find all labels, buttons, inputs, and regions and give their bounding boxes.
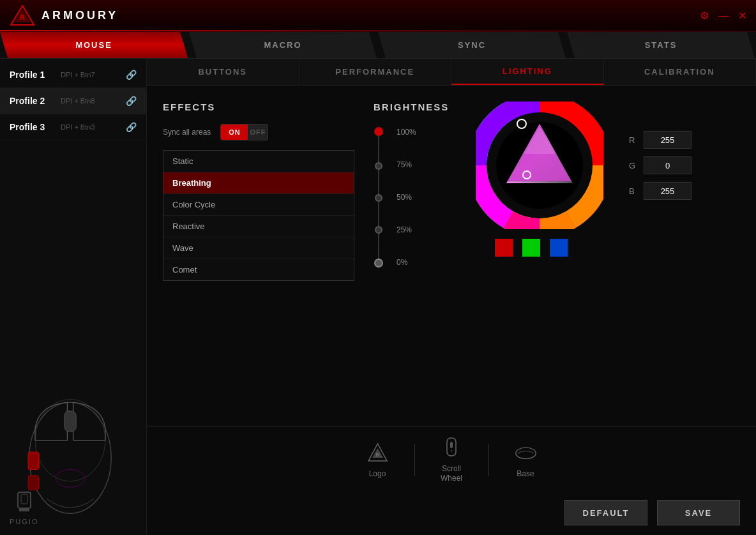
- titlebar-logo: R ARMOURY: [10, 4, 118, 27]
- scroll-wheel-label: Scroll Wheel: [441, 464, 462, 484]
- effect-comet[interactable]: Comet: [163, 259, 354, 280]
- sub-tabs: BUTTONS PERFORMANCE LIGHTING CALIBRATION: [147, 59, 756, 86]
- effect-reactive[interactable]: Reactive: [163, 216, 354, 237]
- logo-area-icon: R: [367, 442, 389, 464]
- svg-rect-7: [28, 476, 39, 490]
- effects-title: EFFECTS: [163, 102, 354, 112]
- brightness-0: 0%: [397, 259, 416, 266]
- area-base[interactable]: Base: [489, 442, 563, 479]
- swatch-red[interactable]: [495, 239, 513, 257]
- titlebar-controls: ⚙ — ✕: [700, 11, 746, 21]
- effect-breathing[interactable]: Breathing: [163, 172, 354, 194]
- sidebar: Profile 1 DPI + Btn7 🔗 Profile 2 DPI + B…: [0, 59, 147, 535]
- top-row: EFFECTS Sync all areas ON OFF Static Bre…: [163, 102, 740, 411]
- sync-label: Sync all areas: [163, 128, 211, 137]
- scroll-wheel-icon: [441, 437, 463, 459]
- right-panel: BUTTONS PERFORMANCE LIGHTING CALIBRATION…: [147, 59, 756, 535]
- tab-stats[interactable]: STATS: [567, 32, 755, 58]
- rgb-inputs: R G B: [629, 131, 692, 200]
- toggle-on-label: ON: [221, 124, 248, 140]
- content-area: Profile 1 DPI + Btn7 🔗 Profile 2 DPI + B…: [0, 59, 756, 535]
- effects-section: EFFECTS Sync all areas ON OFF Static Bre…: [163, 102, 354, 411]
- svg-rect-24: [450, 442, 453, 448]
- close-button[interactable]: ✕: [738, 11, 746, 21]
- device-name: PUGIO: [10, 518, 38, 525]
- tab-sync[interactable]: SYNC: [378, 32, 566, 58]
- app-title: ARMOURY: [42, 9, 118, 22]
- rog-logo-icon: R: [10, 4, 35, 27]
- effect-wave[interactable]: Wave: [163, 237, 354, 259]
- link-icon-profile1: 🔗: [126, 70, 137, 80]
- area-logo[interactable]: R Logo: [341, 442, 414, 479]
- link-icon-profile2: 🔗: [126, 96, 137, 106]
- svg-point-26: [515, 448, 536, 459]
- subtab-performance[interactable]: PERFORMANCE: [299, 59, 452, 85]
- pugio-area: PUGIO: [10, 489, 38, 525]
- effect-static[interactable]: Static: [163, 151, 354, 172]
- g-input[interactable]: [644, 156, 692, 174]
- color-swatches: [495, 239, 740, 257]
- brightness-slider-track[interactable]: [374, 127, 384, 268]
- sidebar-item-profile3[interactable]: Profile 3 DPI + Btn3 🔗: [0, 114, 146, 140]
- panel-content: EFFECTS Sync all areas ON OFF Static Bre…: [147, 86, 756, 426]
- r-input[interactable]: [644, 131, 692, 149]
- link-icon-profile3: 🔗: [126, 122, 137, 132]
- base-svg: [515, 445, 537, 461]
- swatch-green[interactable]: [522, 239, 540, 257]
- slider-dot-top: [374, 127, 383, 136]
- brightness-75: 75%: [397, 161, 416, 169]
- svg-text:R: R: [375, 452, 379, 458]
- r-input-row: R: [629, 131, 692, 149]
- save-button[interactable]: SAVE: [657, 500, 740, 525]
- slider-dot-25: [375, 226, 382, 234]
- brightness-25: 25%: [397, 226, 416, 234]
- bottom-buttons: DEFAULT SAVE: [147, 494, 756, 535]
- brightness-50: 50%: [397, 193, 416, 201]
- slider-dot-50: [375, 194, 382, 202]
- brightness-100: 100%: [397, 128, 416, 136]
- svg-rect-5: [64, 411, 76, 432]
- brightness-title: BRIGHTNESS: [374, 102, 457, 112]
- logo-icon-svg: R: [367, 442, 389, 464]
- brightness-labels: 100% 75% 50% 25% 0%: [397, 127, 416, 268]
- tab-macro[interactable]: MACRO: [189, 32, 377, 58]
- base-icon: [515, 442, 537, 464]
- g-label: G: [629, 161, 639, 170]
- svg-point-8: [56, 470, 85, 488]
- default-button[interactable]: DEFAULT: [564, 500, 647, 525]
- color-section: R G B: [476, 102, 740, 411]
- svg-rect-9: [18, 492, 31, 508]
- pugio-icon: [11, 489, 37, 515]
- r-label: R: [629, 135, 639, 145]
- main-tabs: MOUSE MACRO SYNC STATS: [0, 32, 756, 59]
- base-label: Base: [517, 469, 534, 479]
- b-label: B: [629, 186, 639, 196]
- g-input-row: G: [629, 156, 692, 174]
- effects-list: Static Breathing Color Cycle Reactive Wa…: [163, 150, 354, 281]
- tab-mouse[interactable]: MOUSE: [0, 32, 188, 58]
- swatch-blue[interactable]: [550, 239, 568, 257]
- effect-color-cycle[interactable]: Color Cycle: [163, 194, 354, 216]
- sidebar-item-profile1[interactable]: Profile 1 DPI + Btn7 🔗: [0, 62, 146, 88]
- area-scroll-wheel[interactable]: Scroll Wheel: [415, 437, 488, 484]
- toggle-off-label: OFF: [248, 124, 268, 140]
- sync-row: Sync all areas ON OFF: [163, 124, 354, 140]
- slider-dot-bottom: [374, 259, 383, 268]
- brightness-slider-container: 100% 75% 50% 25% 0%: [374, 124, 457, 271]
- b-input[interactable]: [644, 182, 692, 200]
- lighting-areas: R Logo Scroll Wheel: [147, 426, 756, 494]
- slider-dot-75: [375, 162, 382, 170]
- color-wheel-container[interactable]: [476, 102, 603, 229]
- b-input-row: B: [629, 182, 692, 200]
- subtab-lighting[interactable]: LIGHTING: [451, 59, 604, 85]
- scroll-wheel-svg: [445, 437, 458, 459]
- svg-text:R: R: [20, 14, 25, 21]
- settings-button[interactable]: ⚙: [700, 11, 709, 21]
- sync-toggle[interactable]: ON OFF: [220, 124, 268, 140]
- subtab-calibration[interactable]: CALIBRATION: [604, 59, 757, 85]
- minimize-button[interactable]: —: [718, 11, 729, 21]
- color-row: R G B: [476, 102, 740, 229]
- titlebar: R ARMOURY ⚙ — ✕: [0, 0, 756, 32]
- sidebar-item-profile2[interactable]: Profile 2 DPI + Btn8 🔗: [0, 88, 146, 114]
- subtab-buttons[interactable]: BUTTONS: [147, 59, 299, 85]
